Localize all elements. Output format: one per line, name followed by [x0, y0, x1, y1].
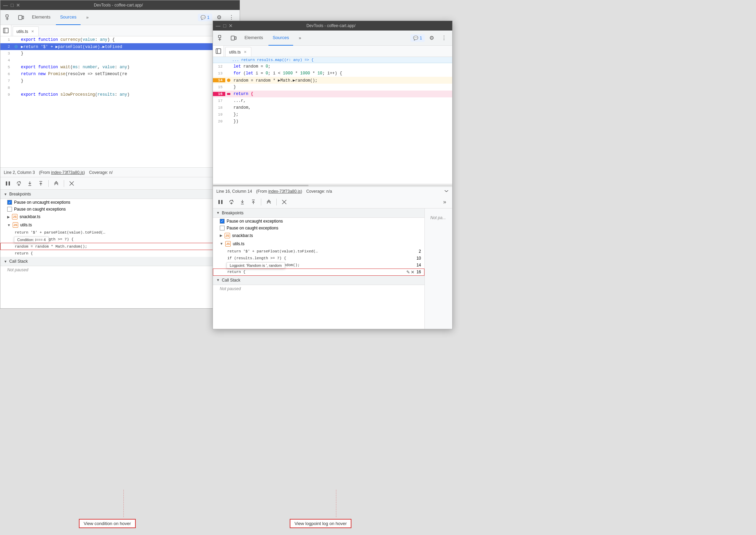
code-line-6: 6 return new Promise(resolve => setTimeo… [0, 71, 240, 78]
expand-icon-2[interactable] [444, 189, 449, 194]
breakpoints-header-1[interactable]: ▼ Breakpoints [0, 190, 240, 199]
svg-rect-3 [19, 15, 22, 20]
breakpoints-header-2[interactable]: ▼ Breakpoints [213, 209, 424, 218]
sidebar-toggle-1[interactable] [0, 25, 11, 36]
bp-code-2-4: return { [227, 270, 404, 274]
status-bar-2: Line 16, Column 14 (From index-73f73a80.… [213, 187, 452, 196]
utils-filename-2: utils.ts [233, 241, 244, 246]
callstack-status-1: Not paused [0, 266, 240, 274]
delete-bp-2-4[interactable]: ✕ [411, 270, 415, 275]
svg-rect-0 [6, 15, 8, 17]
callstack-header-1[interactable]: ▼ Call Stack [0, 257, 240, 266]
source-map-link-1[interactable]: (From index-73f73a80.js) [39, 170, 85, 175]
file-tab-utils-1[interactable]: utils.ts ✕ [13, 26, 39, 36]
tab-elements-1[interactable]: Elements [28, 10, 55, 25]
code-editor-1[interactable]: 1 export function currency(value: any) {… [0, 36, 240, 167]
breakpoints-triangle-2: ▼ [216, 211, 220, 215]
pause-uncaught-label-1[interactable]: Pause on uncaught exceptions [14, 200, 236, 205]
settings-icon-2[interactable]: ⚙ [426, 33, 437, 44]
restore-icon[interactable]: □ [11, 2, 13, 8]
svg-rect-23 [218, 200, 220, 204]
breakpoints-content-1[interactable]: Pause on uncaught exceptions Pause on ca… [0, 199, 240, 308]
device-icon-2[interactable] [228, 33, 239, 44]
breakpoints-label-1: Breakpoints [9, 192, 31, 197]
bp-code-1-1: return '$' + parseFloat(value).toFixed(… [15, 230, 232, 235]
utils-triangle-2: ▼ [220, 242, 223, 246]
more-menu-icon-2[interactable]: ⋮ [439, 33, 449, 44]
snackbar-file-icon-2: JS [225, 233, 230, 238]
tab-sources-1[interactable]: Sources [56, 10, 81, 25]
more-debugger-btn-2[interactable]: » [440, 197, 449, 207]
pause-resume-btn-1[interactable] [3, 179, 13, 188]
svg-rect-19 [231, 36, 235, 40]
breakpoints-triangle-1: ▼ [4, 192, 7, 196]
more-tabs-2[interactable]: » [295, 33, 305, 44]
inspect-icon[interactable] [3, 12, 14, 23]
sidebar-toggle-2[interactable] [213, 46, 224, 57]
tab-elements-2[interactable]: Elements [240, 31, 267, 46]
snackbar-file-icon-1: JS [12, 214, 17, 219]
issues-badge-1[interactable]: 💬 1 [198, 14, 212, 21]
window-title-1: DevTools - coffee-cart.app/ [20, 3, 216, 8]
callstack-header-2[interactable]: ▼ Call Stack [213, 276, 424, 285]
bp-row-1-4: return { 16 [0, 250, 240, 257]
step-into-btn-2[interactable] [238, 197, 247, 207]
code-lines-2: 12 let random = 0; 13 for (let i = 0; i … [213, 63, 452, 125]
debugger-toolbar-1 [0, 177, 240, 190]
code-line-2: 2 ▶return '$' + ▶parseFloat(value).▶toFi… [0, 43, 240, 50]
breakpoints-label-2: Breakpoints [222, 211, 243, 215]
not-paused-text-2: Not pa... [427, 212, 450, 224]
checkbox-pause-caught-1[interactable] [7, 207, 12, 212]
deactivate-bp-btn-1[interactable] [67, 179, 76, 188]
close-tab-icon-2[interactable]: ✕ [243, 50, 248, 55]
issues-badge-2[interactable]: 💬 1 [410, 34, 425, 42]
step-over-btn-2[interactable] [227, 197, 236, 207]
checkbox-pause-caught-2[interactable] [220, 226, 225, 230]
file-group-utils-header-2[interactable]: ▼ JS utils.ts [213, 240, 424, 248]
restore-icon-2[interactable]: □ [223, 23, 226, 28]
cursor-position-1: Line 2, Column 3 [4, 170, 35, 175]
deactivate-bp-btn-2[interactable] [279, 197, 289, 207]
devtools-nav-2: Elements Sources » 💬 1 ⚙ ⋮ [213, 31, 452, 46]
continue-btn-2[interactable] [264, 197, 274, 207]
titlebar-2: — □ ✕ DevTools - coffee-cart.app/ [213, 21, 452, 31]
file-group-snackbar-header-2[interactable]: ▶ JS snackbar.ts [213, 231, 424, 240]
close-tab-icon-1[interactable]: ✕ [30, 29, 35, 34]
code-line-1: 1 export function currency(value: any) { [0, 36, 240, 43]
svg-rect-21 [216, 49, 221, 54]
minimize-icon-2[interactable]: — [216, 23, 220, 28]
file-tab-utils-2[interactable]: utils.ts ✕ [225, 47, 251, 57]
toolbar-sep-4 [276, 199, 277, 205]
bp-code-1-4: return { [15, 251, 230, 255]
checkbox-pause-uncaught-2[interactable] [220, 219, 225, 224]
pause-uncaught-label-2[interactable]: Pause on uncaught exceptions [227, 219, 421, 224]
toolbar-sep-3 [261, 199, 261, 205]
edit-bp-2-4[interactable]: ✎ [406, 270, 410, 275]
inspect-icon-2[interactable] [216, 33, 227, 44]
device-icon[interactable] [15, 12, 26, 23]
pause-resume-btn-2[interactable] [216, 197, 225, 207]
tab-sources-2[interactable]: Sources [268, 31, 293, 46]
step-out-btn-1[interactable] [36, 179, 46, 188]
step-over-btn-1[interactable] [14, 179, 24, 188]
coverage-1: Coverage: n/ [89, 170, 113, 175]
pause-uncaught-2: Pause on uncaught exceptions [213, 218, 424, 225]
close-icon-2[interactable]: ✕ [229, 23, 233, 28]
coverage-2: Coverage: n/a [306, 189, 332, 194]
pause-caught-label-1[interactable]: Pause on caught exceptions [14, 207, 236, 212]
pause-caught-label-2[interactable]: Pause on caught exceptions [227, 226, 421, 230]
snackbar-triangle-1: ▶ [7, 215, 10, 219]
step-into-btn-1[interactable] [25, 179, 35, 188]
more-tabs-1[interactable]: » [82, 12, 93, 23]
continue-btn-1[interactable] [51, 179, 61, 188]
bp-row-1-3: random = random * Math.random(); ✎ ✕ 14 … [0, 243, 240, 250]
checkbox-pause-uncaught-1[interactable] [7, 200, 12, 205]
close-icon[interactable]: ✕ [16, 2, 20, 8]
minimize-icon[interactable]: — [3, 2, 8, 8]
code-line-5: 5 export function wait(ms: number, value… [0, 64, 240, 71]
source-map-link-2[interactable]: (From index-73f73a80.js) [256, 189, 302, 194]
step-out-btn-2[interactable] [249, 197, 258, 207]
file-group-snackbar-header-1[interactable]: ▶ JS snackbar.ts [0, 213, 240, 221]
file-group-utils-header-1[interactable]: ▼ JS utils.ts [0, 221, 240, 229]
code-editor-2[interactable]: 12 let random = 0; 13 for (let i = 0; i … [213, 63, 452, 184]
